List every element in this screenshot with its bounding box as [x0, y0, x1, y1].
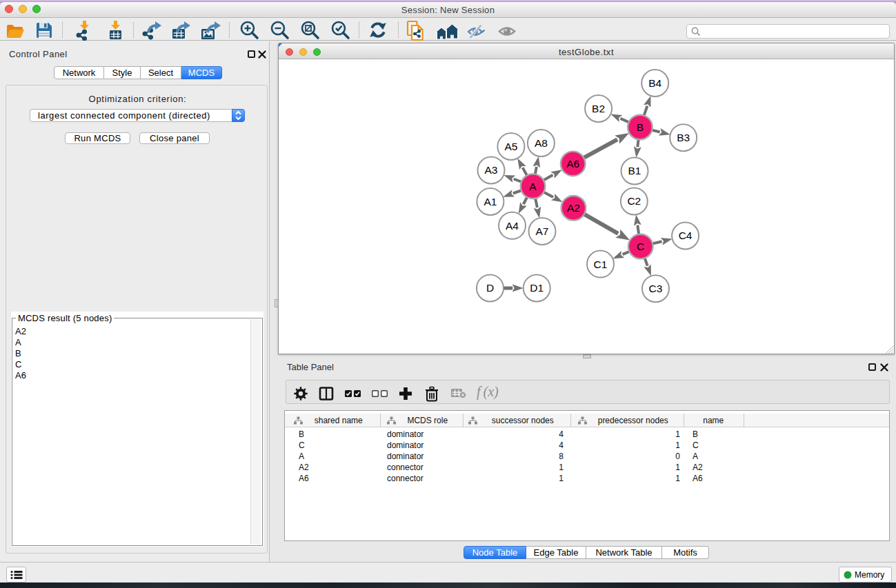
svg-text:A4: A4	[506, 220, 519, 232]
svg-text:A6: A6	[566, 158, 579, 170]
svg-text:A: A	[529, 181, 537, 192]
svg-text:B3: B3	[677, 132, 690, 143]
svg-text:A3: A3	[485, 164, 498, 176]
svg-text:C2: C2	[627, 195, 641, 207]
svg-text:A8: A8	[535, 137, 548, 149]
svg-text:B: B	[637, 121, 644, 133]
svg-text:B4: B4	[648, 77, 661, 89]
svg-text:A7: A7	[536, 225, 549, 237]
svg-text:C1: C1	[594, 258, 608, 270]
svg-text:B2: B2	[592, 103, 605, 114]
svg-text:A1: A1	[484, 196, 497, 207]
svg-text:A2: A2	[567, 202, 580, 214]
svg-text:D: D	[486, 282, 494, 294]
svg-text:B1: B1	[628, 165, 641, 176]
svg-text:C4: C4	[679, 230, 693, 241]
svg-text:C3: C3	[649, 283, 663, 294]
svg-text:D1: D1	[530, 282, 544, 294]
svg-text:A5: A5	[504, 141, 517, 152]
svg-text:C: C	[637, 241, 644, 252]
